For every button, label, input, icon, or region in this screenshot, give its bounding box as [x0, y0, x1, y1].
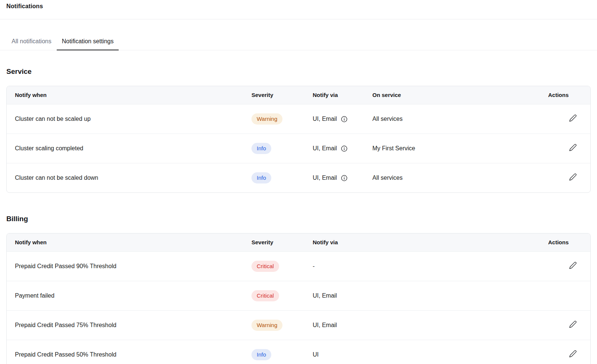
severity-badge: Info — [251, 349, 271, 360]
column-header-notify-via: Notify via — [313, 233, 546, 251]
on-service-cell: All services — [372, 104, 546, 134]
pencil-icon — [569, 353, 577, 359]
notify-via-value: UI, Email — [313, 310, 546, 340]
billing-table: Notify when Severity Notify via Actions … — [7, 233, 590, 364]
notify-via-value: UI — [313, 340, 546, 364]
service-table: Notify when Severity Notify via On servi… — [7, 86, 590, 192]
tab-notification-settings[interactable]: Notification settings — [57, 34, 119, 50]
column-header-notify-when: Notify when — [7, 233, 251, 251]
notify-when-cell: Prepaid Credit Passed 90% Threshold — [7, 251, 251, 281]
column-header-actions: Actions — [546, 86, 590, 104]
column-header-severity: Severity — [251, 233, 313, 251]
notify-via-value: - — [313, 251, 546, 281]
notify-via-value: UI, Email — [313, 281, 546, 310]
edit-button[interactable] — [568, 143, 578, 152]
pencil-icon — [569, 265, 577, 270]
table-row: Cluster can not be scaled down Info UI, … — [7, 163, 590, 192]
notify-via-value: UI, Email — [313, 114, 337, 123]
info-icon[interactable] — [341, 175, 348, 182]
notify-when-cell: Cluster can not be scaled up — [7, 104, 251, 134]
edit-button[interactable] — [568, 261, 578, 270]
notify-when-cell: Payment failed — [7, 281, 251, 310]
notification-settings-content: Service Notify when Severity Notify via … — [0, 68, 597, 364]
service-header-row: Notify when Severity Notify via On servi… — [7, 86, 590, 104]
edit-button[interactable] — [568, 349, 578, 358]
pencil-icon — [569, 147, 577, 153]
edit-button[interactable] — [568, 320, 578, 329]
severity-badge: Critical — [251, 261, 279, 272]
page-header: Notifications — [0, 0, 597, 19]
column-header-actions: Actions — [546, 233, 590, 251]
notify-via-value: UI, Email — [313, 173, 337, 182]
notify-when-cell: Cluster can not be scaled down — [7, 163, 251, 192]
billing-header-row: Notify when Severity Notify via Actions — [7, 233, 590, 251]
table-row: Cluster scaling completed Info UI, Email… — [7, 134, 590, 163]
severity-badge: Info — [251, 172, 271, 183]
table-row: Prepaid Credit Passed 90% Threshold Crit… — [7, 251, 590, 281]
table-row: Prepaid Credit Passed 75% Threshold Warn… — [7, 310, 590, 340]
section-title-service: Service — [6, 68, 591, 76]
edit-button[interactable] — [568, 113, 578, 123]
pencil-icon — [569, 176, 577, 182]
actions-cell-empty — [546, 281, 590, 310]
notify-when-cell: Cluster scaling completed — [7, 134, 251, 163]
severity-badge: Warning — [251, 320, 282, 331]
column-header-notify-when: Notify when — [7, 86, 251, 104]
page-title: Notifications — [6, 3, 591, 10]
table-row: Prepaid Credit Passed 50% Threshold Info… — [7, 340, 590, 364]
section-title-billing: Billing — [6, 215, 591, 223]
tab-bar: All notifications Notification settings — [0, 34, 597, 50]
on-service-cell: My First Service — [372, 134, 546, 163]
column-header-on-service: On service — [372, 86, 546, 104]
table-row: Cluster can not be scaled up Warning UI,… — [7, 104, 590, 134]
pencil-icon — [569, 324, 577, 329]
column-header-severity: Severity — [251, 86, 313, 104]
notify-via-value: UI, Email — [313, 144, 337, 153]
info-icon[interactable] — [341, 145, 348, 152]
severity-badge: Warning — [251, 113, 282, 125]
billing-table-card: Notify when Severity Notify via Actions … — [6, 233, 591, 364]
severity-badge: Info — [251, 143, 271, 154]
info-icon[interactable] — [341, 116, 348, 123]
on-service-cell: All services — [372, 163, 546, 192]
column-header-notify-via: Notify via — [313, 86, 372, 104]
service-table-card: Notify when Severity Notify via On servi… — [6, 86, 591, 193]
pencil-icon — [569, 117, 577, 123]
tab-all-notifications[interactable]: All notifications — [6, 34, 57, 50]
notify-when-cell: Prepaid Credit Passed 75% Threshold — [7, 310, 251, 340]
edit-button[interactable] — [568, 172, 578, 182]
notify-when-cell: Prepaid Credit Passed 50% Threshold — [7, 340, 251, 364]
severity-badge: Critical — [251, 290, 279, 301]
table-row: Payment failed Critical UI, Email — [7, 281, 590, 310]
